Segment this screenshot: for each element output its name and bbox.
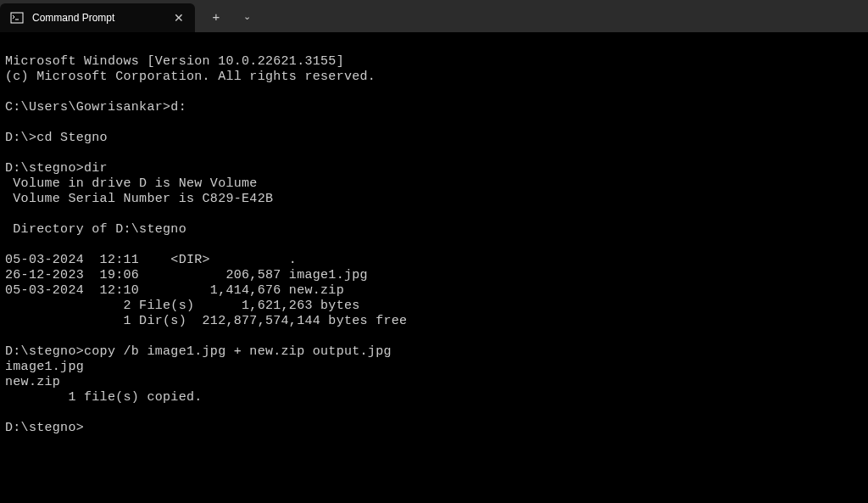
output-line: Volume in drive D is New Volume	[5, 176, 258, 191]
output-line: 1 file(s) copied.	[5, 390, 203, 405]
dir-entry: 05-03-2024 12:10 1,414,676 new.zip	[5, 283, 344, 298]
output-line: image1.jpg	[5, 360, 84, 374]
copyright-line: (c) Microsoft Corporation. All rights re…	[5, 70, 376, 84]
output-line: new.zip	[5, 375, 60, 389]
terminal-tab[interactable]: Command Prompt ✕	[0, 3, 195, 32]
prompt-line: D:\stegno>dir	[5, 161, 108, 176]
dir-summary: 2 File(s) 1,621,263 bytes	[5, 299, 360, 313]
titlebar-controls: + ⌄	[195, 3, 259, 29]
current-prompt: D:\stegno>	[5, 421, 84, 435]
version-line: Microsoft Windows [Version 10.0.22621.31…	[5, 54, 344, 69]
dir-entry: 05-03-2024 12:11 <DIR> .	[5, 253, 297, 267]
terminal-icon	[10, 11, 24, 25]
terminal-output[interactable]: Microsoft Windows [Version 10.0.22621.31…	[0, 32, 868, 443]
tab-title: Command Prompt	[32, 12, 163, 24]
window-titlebar: Command Prompt ✕ + ⌄	[0, 0, 868, 32]
new-tab-button[interactable]: +	[203, 3, 229, 29]
svg-rect-0	[11, 13, 23, 23]
output-line: Directory of D:\stegno	[5, 222, 186, 237]
prompt-line: C:\Users\Gowrisankar>d:	[5, 100, 186, 115]
dir-summary: 1 Dir(s) 212,877,574,144 bytes free	[5, 314, 407, 328]
output-line: Volume Serial Number is C829-E42B	[5, 192, 273, 206]
dropdown-icon[interactable]: ⌄	[234, 3, 259, 29]
close-icon[interactable]: ✕	[171, 10, 186, 25]
dir-entry: 26-12-2023 19:06 206,587 image1.jpg	[5, 268, 368, 282]
prompt-line: D:\>cd Stegno	[5, 131, 108, 145]
prompt-line: D:\stegno>copy /b image1.jpg + new.zip o…	[5, 344, 392, 359]
